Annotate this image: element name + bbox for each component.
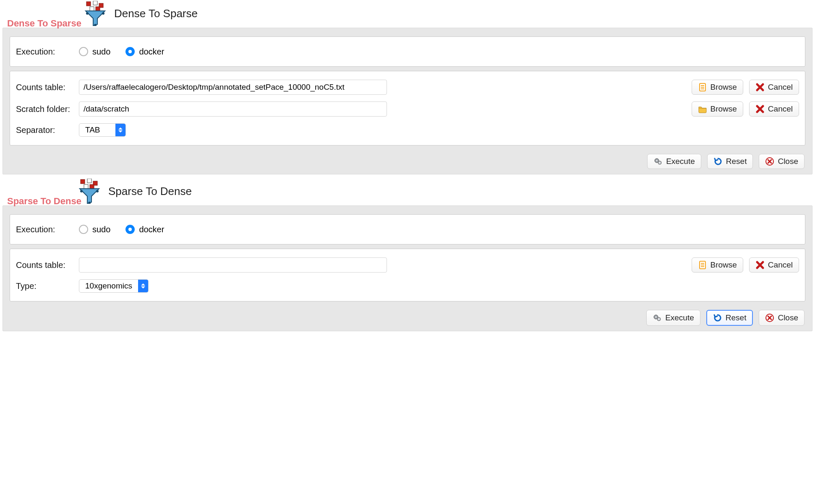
svg-rect-0	[86, 2, 91, 6]
separator-label: Separator:	[16, 125, 79, 135]
counts-table-cancel-label-2: Cancel	[768, 260, 793, 270]
execution-label: Execution:	[16, 47, 79, 57]
svg-rect-21	[90, 184, 94, 189]
svg-point-30	[656, 317, 657, 318]
close-label: Close	[778, 157, 798, 166]
sparse-to-dense-title: Sparse To Dense	[108, 185, 192, 198]
execute-button[interactable]: Execute	[647, 154, 701, 169]
scratch-folder-browse-button[interactable]: Browse	[692, 101, 743, 117]
paths-group: Counts table: Browse Cancel Scratch fold…	[10, 71, 805, 145]
paths-group-2: Counts table: Browse Cancel Type: 10xgen…	[10, 249, 805, 301]
type-select-value: 10xgenomics	[79, 280, 138, 292]
file-browse-icon	[698, 83, 707, 92]
refresh-icon	[713, 313, 722, 322]
svg-point-6	[102, 12, 104, 15]
close-circle-icon	[765, 313, 774, 322]
type-select[interactable]: 10xgenomics	[79, 279, 149, 293]
svg-point-15	[659, 162, 660, 163]
reset-button-2[interactable]: Reset	[706, 310, 753, 326]
counts-table-browse-label-2: Browse	[711, 260, 737, 270]
svg-point-23	[96, 190, 99, 192]
sparse-to-dense-panel: Sparse To Dense Execution: sudo docker C…	[3, 205, 812, 331]
execution-radio-sudo-label-2: sudo	[92, 225, 110, 234]
radio-selected-icon	[125, 47, 135, 56]
svg-rect-4	[96, 7, 100, 11]
counts-table-input[interactable]	[79, 80, 387, 95]
execution-radio-docker[interactable]: docker	[125, 47, 164, 57]
execute-button-2[interactable]: Execute	[646, 310, 700, 326]
dense-to-sparse-title: Dense To Sparse	[114, 7, 198, 20]
svg-rect-3	[90, 7, 94, 11]
counts-table-cancel-button[interactable]: Cancel	[749, 80, 799, 95]
execute-label: Execute	[666, 157, 695, 166]
execution-radio-sudo-label: sudo	[92, 47, 110, 57]
reset-label: Reset	[726, 157, 747, 166]
select-caret-icon	[115, 124, 125, 136]
sparse-footer-buttons: Execute Reset Close	[3, 306, 812, 328]
radio-unselected-icon	[79, 47, 88, 56]
reset-label-2: Reset	[726, 313, 747, 322]
counts-table-label-2: Counts table:	[16, 260, 79, 270]
dense-to-sparse-panel: Dense To Sparse Execution: sudo docker C…	[3, 28, 812, 174]
cancel-x-icon	[755, 83, 765, 92]
svg-rect-18	[87, 179, 91, 183]
svg-point-32	[658, 319, 659, 320]
cancel-x-icon	[755, 104, 765, 114]
close-circle-icon	[765, 157, 774, 166]
counts-table-browse-button-2[interactable]: Browse	[692, 257, 743, 273]
select-caret-icon	[138, 280, 148, 292]
svg-point-13	[656, 160, 658, 161]
close-button-2[interactable]: Close	[759, 310, 805, 326]
scratch-folder-cancel-button[interactable]: Cancel	[749, 101, 799, 117]
radio-unselected-icon	[79, 225, 88, 234]
svg-point-22	[80, 190, 83, 192]
counts-table-label: Counts table:	[16, 83, 79, 92]
scratch-folder-label: Scratch folder:	[16, 104, 79, 114]
cancel-x-icon	[755, 260, 765, 270]
svg-rect-17	[81, 179, 85, 184]
separator-select-value: TAB	[79, 124, 115, 136]
funnel-filter-icon	[78, 179, 101, 204]
execute-label-2: Execute	[665, 313, 694, 322]
separator-select[interactable]: TAB	[79, 123, 126, 137]
folder-browse-icon	[698, 104, 707, 114]
execution-radio-sudo[interactable]: sudo	[79, 47, 110, 57]
scratch-folder-input[interactable]	[79, 101, 387, 117]
gears-icon	[653, 313, 662, 322]
scratch-folder-cancel-label: Cancel	[768, 104, 793, 114]
counts-table-input-2[interactable]	[79, 257, 387, 273]
close-button[interactable]: Close	[759, 154, 805, 169]
execution-group: Execution: sudo docker	[10, 36, 805, 67]
execution-radio-sudo-2[interactable]: sudo	[79, 225, 110, 234]
scratch-folder-browse-label: Browse	[711, 104, 737, 114]
execution-radio-docker-2[interactable]: docker	[125, 225, 164, 234]
counts-table-cancel-label: Cancel	[768, 83, 793, 92]
refresh-icon	[713, 157, 723, 166]
gears-icon	[653, 157, 663, 166]
funnel-filter-icon	[84, 1, 107, 26]
type-label: Type:	[16, 281, 79, 291]
close-label-2: Close	[778, 313, 798, 322]
svg-rect-20	[84, 184, 88, 189]
reset-button[interactable]: Reset	[707, 154, 753, 169]
svg-point-5	[86, 12, 89, 15]
radio-selected-icon	[125, 225, 135, 234]
svg-rect-1	[93, 1, 97, 5]
counts-table-browse-button[interactable]: Browse	[692, 80, 743, 95]
file-browse-icon	[698, 260, 707, 270]
dense-footer-buttons: Execute Reset Close	[3, 150, 812, 171]
execution-radio-docker-label: docker	[139, 47, 164, 57]
execution-label-2: Execution:	[16, 225, 79, 234]
counts-table-cancel-button-2[interactable]: Cancel	[749, 257, 799, 273]
counts-table-browse-label: Browse	[711, 83, 737, 92]
execution-group-2: Execution: sudo docker	[10, 214, 805, 244]
execution-radio-docker-label-2: docker	[139, 225, 164, 234]
